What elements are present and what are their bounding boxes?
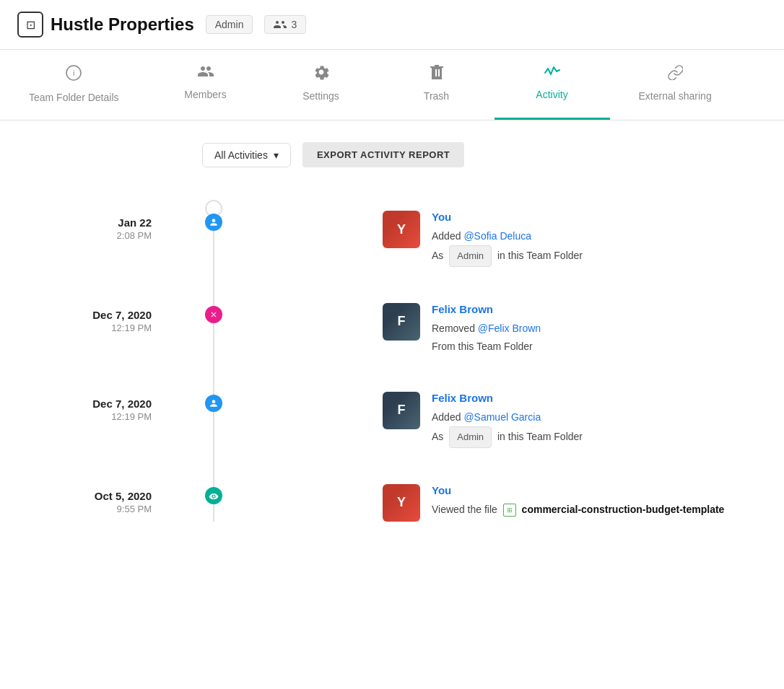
date-label: Jan 22 — [29, 216, 152, 229]
activity-content: Y You Viewed the file ⊞ commercial-const… — [383, 484, 724, 522]
members-count-label: 3 — [291, 19, 297, 30]
timeline-dot-blue — [205, 214, 222, 231]
members-tab-icon — [197, 64, 214, 83]
tab-trash[interactable]: Trash — [379, 50, 495, 120]
avatar: F — [383, 392, 420, 429]
activity-content: Y You Added @Sofia Deluca As Admin in th… — [383, 211, 583, 267]
role-badge: Admin — [449, 245, 492, 266]
filter-label: All Activities — [214, 149, 268, 161]
tab-external-sharing-label: External sharing — [639, 90, 712, 102]
mention[interactable]: @Felix Brown — [478, 322, 541, 334]
as-text: As — [432, 431, 446, 442]
timeline-dot-pink — [205, 306, 222, 323]
time-label: 9:55 PM — [29, 504, 152, 514]
activity-content: F Felix Brown Added @Samuel Garcia As Ad… — [383, 392, 583, 448]
in-team-folder-text: in this Team Folder — [497, 431, 583, 442]
tab-settings[interactable]: Settings — [263, 50, 379, 120]
time-label: 12:19 PM — [29, 322, 152, 333]
file-name: commercial-construction-budget-template — [522, 504, 725, 515]
chevron-down-icon: ▾ — [274, 149, 279, 161]
mention[interactable]: @Sofia Deluca — [463, 230, 531, 242]
date-label: Oct 5, 2020 — [29, 490, 152, 502]
activity-timeline: Jan 22 2:08 PM Y You Added @Sofia Deluca… — [29, 211, 755, 522]
activity-icon — [544, 64, 561, 83]
tab-activity-label: Activity — [536, 89, 567, 100]
activity-details: You Viewed the file ⊞ commercial-constru… — [432, 484, 724, 519]
app-title: Hustle Properties — [51, 14, 194, 35]
from-text: From this Team Folder — [432, 341, 533, 352]
activity-details: Felix Brown Added @Samuel Garcia As Admi… — [432, 392, 583, 448]
activity-date: Dec 7, 2020 12:19 PM — [29, 392, 173, 422]
tab-activity[interactable]: Activity — [495, 50, 610, 120]
activity-text: Removed @Felix Brown — [432, 320, 541, 338]
actor-name[interactable]: You — [432, 484, 724, 496]
date-label: Dec 7, 2020 — [29, 398, 152, 410]
activity-details: You Added @Sofia Deluca As Admin in this… — [432, 211, 583, 267]
trash-icon — [430, 64, 444, 84]
activity-date: Jan 22 2:08 PM — [29, 211, 173, 241]
timeline-item: Dec 7, 2020 12:19 PM F Felix Brown Added… — [29, 392, 755, 448]
info-icon: i — [65, 64, 82, 86]
activity-text: Added @Samuel Garcia — [432, 408, 583, 426]
tab-team-folder-details[interactable]: i Team Folder Details — [0, 50, 148, 120]
settings-icon — [313, 64, 329, 84]
filter-dropdown[interactable]: All Activities ▾ — [202, 143, 291, 167]
main-content: All Activities ▾ EXPORT ACTIVITY REPORT … — [0, 120, 784, 579]
activity-details: Felix Brown Removed @Felix Brown From th… — [432, 303, 541, 356]
app-header: ⊡ Hustle Properties Admin 3 — [0, 0, 784, 50]
timeline-dot-blue-2 — [205, 395, 222, 412]
time-label: 12:19 PM — [29, 411, 152, 422]
file-spreadsheet-icon: ⊞ — [503, 504, 516, 517]
activity-text-2: From this Team Folder — [432, 338, 541, 356]
admin-badge-button[interactable]: Admin — [206, 15, 253, 34]
activity-toolbar: All Activities ▾ EXPORT ACTIVITY REPORT — [202, 142, 755, 167]
activity-date: Oct 5, 2020 9:55 PM — [29, 484, 173, 514]
actor-name[interactable]: Felix Brown — [432, 303, 541, 315]
viewed-text: Viewed the file — [432, 504, 500, 515]
svg-text:i: i — [73, 69, 74, 77]
date-label: Dec 7, 2020 — [29, 309, 152, 321]
app-logo: ⊡ Hustle Properties — [17, 12, 194, 38]
activity-content: F Felix Brown Removed @Felix Brown From … — [383, 303, 541, 356]
timeline-dot-teal — [205, 487, 222, 504]
action-text: Added — [432, 230, 463, 242]
tab-settings-label: Settings — [302, 90, 339, 102]
avatar: Y — [383, 484, 420, 522]
timeline-item: Dec 7, 2020 12:19 PM F Felix Brown Remov… — [29, 303, 755, 356]
members-count-button[interactable]: 3 — [264, 15, 306, 34]
timeline-item: Jan 22 2:08 PM Y You Added @Sofia Deluca… — [29, 211, 755, 267]
action-text: Added — [432, 411, 463, 423]
logo-icon: ⊡ — [17, 12, 43, 38]
members-icon — [274, 19, 287, 30]
action-text: Removed — [432, 322, 478, 334]
tab-members[interactable]: Members — [148, 50, 263, 120]
tabs-bar: i Team Folder Details Members Settings T… — [0, 50, 784, 120]
tab-external-sharing[interactable]: External sharing — [610, 50, 741, 120]
tab-trash-label: Trash — [424, 90, 449, 102]
activity-text: Added @Sofia Deluca — [432, 227, 583, 245]
actor-name[interactable]: Felix Brown — [432, 392, 583, 404]
export-activity-button[interactable]: EXPORT ACTIVITY REPORT — [302, 142, 464, 167]
timeline-item: Oct 5, 2020 9:55 PM Y You Viewed the fil… — [29, 484, 755, 522]
activity-text: Viewed the file ⊞ commercial-constructio… — [432, 501, 724, 519]
activity-text-2: As Admin in this Team Folder — [432, 245, 583, 266]
actor-name[interactable]: You — [432, 211, 583, 223]
avatar: Y — [383, 211, 420, 248]
time-label: 2:08 PM — [29, 230, 152, 241]
tab-members-label: Members — [184, 89, 226, 100]
activity-text-2: As Admin in this Team Folder — [432, 426, 583, 447]
role-badge: Admin — [449, 426, 492, 447]
in-team-folder-text: in this Team Folder — [497, 250, 583, 261]
tab-team-folder-details-label: Team Folder Details — [29, 92, 119, 103]
activity-date: Dec 7, 2020 12:19 PM — [29, 303, 173, 333]
as-text: As — [432, 250, 446, 261]
mention[interactable]: @Samuel Garcia — [463, 411, 541, 423]
link-icon — [667, 64, 683, 84]
avatar: F — [383, 303, 420, 341]
